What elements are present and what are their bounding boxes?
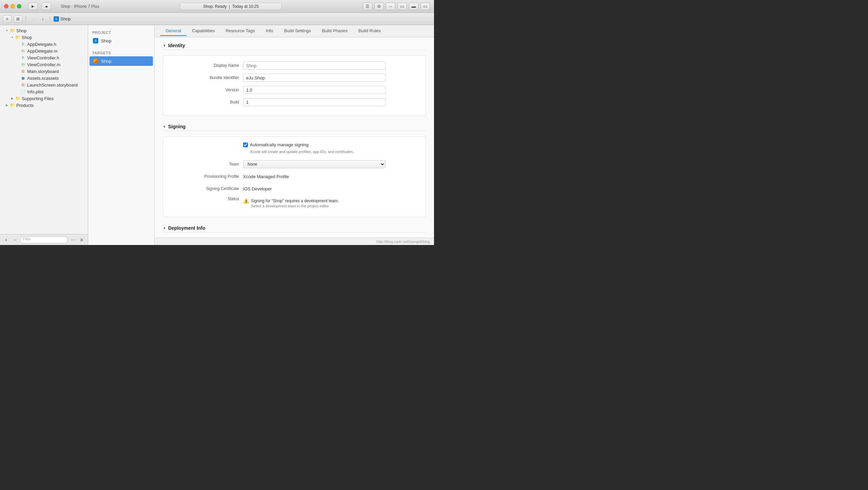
tab-info[interactable]: Info	[260, 26, 279, 36]
folder-icon-shop: 📁	[9, 28, 15, 33]
sidebar-item-appdelegate-m[interactable]: m AppDelegate.m	[1, 48, 86, 54]
spacer3	[15, 55, 20, 60]
cert-value: iOS Developer	[243, 186, 386, 191]
add-file-button[interactable]: +	[3, 237, 9, 243]
file-h-icon2: h	[20, 55, 26, 60]
tab-general[interactable]: General	[160, 26, 186, 36]
project-name: Shop	[60, 16, 71, 21]
panel-project-label: Shop	[101, 38, 111, 43]
bundle-identifier-row: Bundle Identifier	[169, 73, 420, 82]
sidebar-item-supporting-files[interactable]: ▶ 📁 Supporting Files	[1, 95, 86, 102]
sidebar-label-appdelegate-h: AppDelegate.h	[27, 42, 56, 47]
close-button[interactable]	[4, 4, 8, 8]
deployment-section-header: ▼ Deployment Info	[163, 225, 426, 232]
maximize-button[interactable]	[17, 4, 21, 8]
sidebar-item-shop-group[interactable]: ▾ 📁 Shop	[1, 34, 86, 41]
signing-section-header: ▼ Signing	[163, 124, 426, 131]
auto-signing-checkbox-row: Automatically manage signing	[243, 142, 354, 147]
status-text-content: Signing for "Shop" requires a developmen…	[251, 198, 339, 208]
signing-arrow[interactable]: ▼	[163, 125, 166, 129]
sidebar-item-info-plist[interactable]: 📄 Info.plist	[1, 88, 86, 95]
display-name-label: Display Name	[169, 63, 243, 68]
titlebar-right: ☰ ⚙ ↔ ▭ ▬ ▭	[363, 3, 430, 10]
targets-section-header: TARGETS	[88, 48, 154, 56]
team-label: Team	[169, 162, 243, 167]
file-m-icon2: m	[20, 62, 26, 67]
editor-standard-button[interactable]: ☰	[363, 3, 372, 10]
auto-signing-row: Automatically manage signing Xcode will …	[169, 142, 420, 154]
display-name-input[interactable]	[243, 61, 386, 70]
back-button[interactable]: ‹	[29, 15, 37, 23]
filter-clear-button[interactable]: ✕	[78, 237, 85, 243]
identity-section-header: ▼ Identity	[163, 43, 426, 50]
sidebar-content: ▾ 📁 Shop ▾ 📁 Shop h AppDelegate.h m AppD…	[0, 25, 88, 234]
filter-input[interactable]: Filter	[20, 237, 67, 243]
sidebar-item-viewcontroller-m[interactable]: m ViewController.m	[1, 61, 86, 68]
minimize-button[interactable]	[11, 4, 15, 8]
bundle-identifier-input[interactable]	[243, 74, 386, 82]
build-input[interactable]	[243, 98, 386, 106]
sidebar-item-products[interactable]: ▶ 📁 Products	[1, 102, 86, 109]
auto-signing-checkbox[interactable]	[243, 143, 248, 147]
titlebar: ▶ ■ Shop › iPhone 7 Plus Shop: Ready | T…	[0, 0, 434, 13]
team-select[interactable]: None	[243, 160, 386, 168]
content-scroll: ▼ Identity Display Name Bundle Identifie…	[155, 37, 434, 238]
navigator-toggle[interactable]: ▭	[397, 3, 407, 10]
deployment-arrow[interactable]: ▼	[163, 226, 166, 230]
status-error-icon: ⚠️	[243, 198, 249, 204]
version-row: Version	[169, 86, 420, 94]
utilities-toggle[interactable]: ▭	[420, 3, 430, 10]
file-m-icon: m	[20, 48, 26, 54]
panel-target-shop[interactable]: Shop	[90, 56, 153, 66]
identity-form: Display Name Bundle Identifier Version B…	[163, 55, 426, 116]
titlebar-center: Shop: Ready | Today at 10:25	[102, 3, 360, 10]
team-row: Team None	[169, 160, 420, 169]
toolbar-controls: ▶ ■	[28, 3, 51, 10]
cert-row: Signing Certificate iOS Developer	[169, 184, 420, 193]
stop-button[interactable]: ■	[42, 3, 51, 10]
tab-build-phases[interactable]: Build Phases	[316, 26, 353, 36]
xcassets-icon: ◼	[20, 75, 26, 81]
remove-file-button[interactable]: −	[12, 237, 18, 243]
sidebar-item-assets[interactable]: ◼ Assets.xcassets	[1, 75, 86, 81]
debug-button[interactable]: ⚙	[374, 3, 384, 10]
spacer2	[15, 48, 20, 54]
debug-area-toggle[interactable]: ▬	[409, 3, 418, 10]
sidebar-item-appdelegate-h[interactable]: h AppDelegate.h	[1, 41, 86, 48]
project-label: S Shop	[54, 16, 71, 22]
sidebar-item-launchscreen[interactable]: ⊞ LaunchScreen.storyboard	[1, 81, 86, 88]
tab-build-rules[interactable]: Build Rules	[353, 26, 386, 36]
status-text: Shop: Ready	[203, 4, 226, 9]
assistant-button[interactable]: ↔	[386, 3, 395, 10]
project-panel: PROJECT S Shop TARGETS Shop	[88, 25, 155, 245]
tab-resource-tags[interactable]: Resource Tags	[220, 26, 260, 36]
tree-arrow-products: ▶	[4, 102, 9, 108]
sidebar-toggle-button[interactable]: ≡	[3, 15, 12, 23]
panel-project-shop[interactable]: S Shop	[88, 36, 154, 45]
tab-build-settings[interactable]: Build Settings	[279, 26, 317, 36]
plist-icon: 📄	[20, 89, 26, 94]
sidebar-label-launchscreen: LaunchScreen.storyboard	[27, 82, 78, 88]
status-sub-text: Select a development team in the project…	[251, 204, 339, 208]
sidebar-item-viewcontroller-h[interactable]: h ViewController.h	[1, 54, 86, 61]
auto-signing-subtext: Xcode will create and update profiles, a…	[250, 149, 354, 154]
provision-row: Provisioning Profile Xcode Managed Profi…	[169, 172, 420, 181]
toolbar-divider2	[50, 16, 50, 22]
forward-button[interactable]: ›	[39, 15, 46, 23]
version-input[interactable]	[243, 86, 386, 94]
tab-capabilities[interactable]: Capabilities	[186, 26, 220, 36]
sidebar-label-assets: Assets.xcassets	[27, 76, 59, 81]
provision-label: Provisioning Profile	[169, 174, 243, 179]
project-icon: S	[92, 37, 99, 44]
sidebar-label-viewcontroller-h: ViewController.h	[27, 55, 59, 60]
grid-button[interactable]: ⊞	[14, 15, 22, 23]
traffic-lights	[4, 4, 21, 8]
filter-options-button[interactable]: ⋯	[70, 237, 76, 243]
sidebar-item-shop-root[interactable]: ▾ 📁 Shop	[1, 27, 86, 34]
spacer5	[15, 69, 20, 74]
sidebar-item-main-storyboard[interactable]: ⊞ Main.storyboard	[1, 68, 86, 75]
identity-arrow[interactable]: ▼	[163, 44, 166, 48]
run-button[interactable]: ▶	[28, 3, 38, 10]
sidebar-label-viewcontroller-m: ViewController.m	[27, 62, 60, 67]
identity-section-title: Identity	[168, 43, 185, 48]
